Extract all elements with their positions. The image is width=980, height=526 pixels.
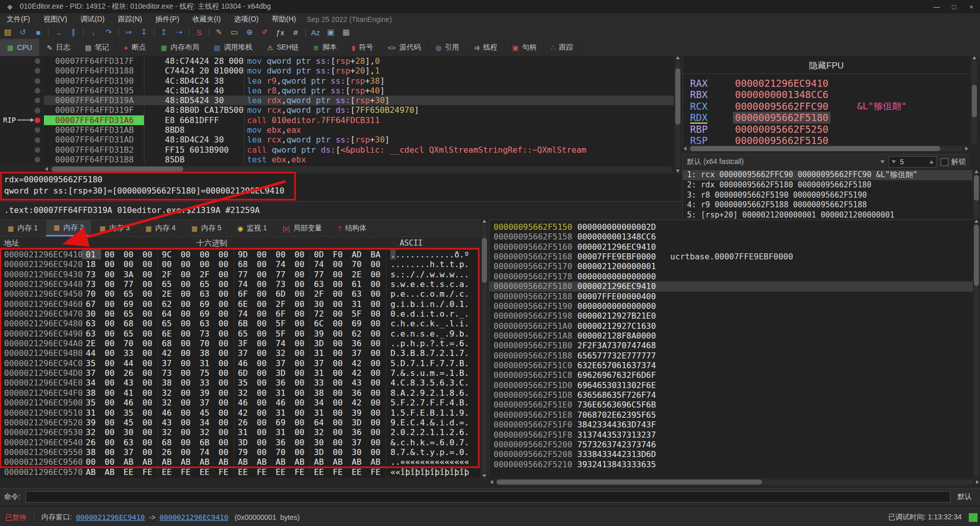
- az-icon[interactable]: Az: [308, 28, 323, 37]
- stack-row[interactable]: 00000095662F51A8000002128F8A0000: [489, 331, 973, 341]
- tab-script[interactable]: ≣脚本: [306, 39, 345, 56]
- stack-row[interactable]: 00000095662F51D06964653031302F6E: [489, 380, 973, 390]
- maximize-button[interactable]: □: [945, 0, 963, 13]
- tab-locals[interactable]: [x]局部变量: [275, 220, 330, 236]
- scroll-thumb[interactable]: [690, 146, 940, 151]
- command-profile-select[interactable]: 默认: [958, 492, 972, 501]
- dump-row[interactable]: 0000021296EC94C0350044003700310046003700…: [0, 358, 480, 368]
- disasm-row[interactable]: 00007FF64FFD3188C74424 20 0100000000mov …: [0, 66, 674, 76]
- scroll-track[interactable]: [482, 224, 487, 473]
- dump-row[interactable]: 0000021296EC9410010000009C0000009D000000…: [0, 250, 480, 259]
- tab-handles[interactable]: ▣句柄: [505, 39, 544, 56]
- tab-notes[interactable]: ▤笔记: [78, 39, 117, 56]
- scroll-thumb[interactable]: [974, 225, 979, 286]
- scroll-up-icon[interactable]: [972, 56, 976, 59]
- disassembly-view[interactable]: 00007FF64FFD317F48:C74424 28 000000000mo…: [0, 56, 674, 165]
- close-button[interactable]: ×: [963, 0, 980, 13]
- scroll-thumb[interactable]: [972, 85, 977, 117]
- dump-row[interactable]: 0000021296EC9450700065002E0063006F006D00…: [0, 289, 480, 299]
- disasm-row[interactable]: 00007FF64FFD31904C:8D4C24 38lea r9,qword…: [0, 76, 674, 86]
- menu-view[interactable]: 视图(V): [37, 15, 74, 24]
- comments-icon[interactable]: ▭: [227, 28, 242, 37]
- memory-window-address-link-1[interactable]: 0000021296EC9410: [76, 513, 145, 521]
- fastcall-arg-row[interactable]: 2: rdx 00000095662F5180 00000095662F5180: [683, 180, 972, 190]
- dump-row[interactable]: 0000021296EC9420180000000000000068007400…: [0, 259, 480, 269]
- tab-watch-1[interactable]: ◉监视 1: [230, 220, 275, 236]
- stack-row[interactable]: 00000095662F52007573263742373746: [489, 440, 973, 449]
- stack-row[interactable]: 00000095662F51580000000001348CC6: [489, 232, 973, 242]
- scroll-track[interactable]: [496, 480, 973, 485]
- tab-source[interactable]: <>源代码: [381, 39, 428, 56]
- scroll-thumb[interactable]: [974, 175, 979, 201]
- stack-row[interactable]: 00000095662F51700000021200000001: [489, 261, 973, 271]
- tab-memory-2[interactable]: ▦内存 2: [46, 220, 92, 236]
- stack-vscrollbar[interactable]: [973, 220, 980, 477]
- disasm-row[interactable]: 00007FF64FFD31AB8BD8mov ebx,eax: [0, 125, 674, 135]
- breakpoint-dot-icon[interactable]: [35, 127, 40, 133]
- stepper-up-icon[interactable]: [929, 160, 934, 163]
- breakpoint-dot-icon[interactable]: [35, 58, 40, 64]
- stack-row[interactable]: 00000095662F51A000000212927C1630: [489, 321, 973, 331]
- register-row[interactable]: RDX00000095662F5180: [683, 112, 970, 123]
- breakpoint-dot-icon[interactable]: [35, 108, 40, 113]
- stack-panel[interactable]: 00000095662F5150000000000000002D00000095…: [489, 220, 973, 477]
- disasm-row[interactable]: 00007FF64FFD31B2FF15 6013B900call qword …: [0, 145, 674, 155]
- scroll-up-icon[interactable]: [482, 220, 486, 223]
- args-vscrollbar[interactable]: [973, 170, 980, 219]
- tab-references[interactable]: ◎引用: [428, 39, 467, 56]
- dump-row[interactable]: 0000021296EC946067006900620069006E002F00…: [0, 299, 480, 309]
- stack-row[interactable]: 00000095662F519800000212927B21E0: [489, 311, 973, 321]
- dump-row[interactable]: 0000021296EC9470300065006400690074006F00…: [0, 309, 480, 319]
- tab-memory-1[interactable]: ▦内存 1: [0, 220, 46, 236]
- dump-row[interactable]: 0000021296EC94E0340043003800330035003600…: [0, 378, 480, 388]
- tab-memory-5[interactable]: ▦内存 5: [184, 220, 230, 236]
- dump-row[interactable]: 0000021296EC943073003A002F002F0077007700…: [0, 270, 480, 279]
- scroll-thumb[interactable]: [482, 238, 487, 283]
- dump-row[interactable]: 0000021296EC9440730077006500650074007300…: [0, 279, 480, 289]
- stack-hscrollbar[interactable]: [489, 478, 980, 486]
- tab-callstack[interactable]: ▤调用堆栈: [207, 39, 260, 56]
- disasm-row[interactable]: 00007FF64FFD319A48:8D5424 30lea rdx,qwor…: [0, 95, 674, 105]
- disasm-row[interactable]: 00007FF64FFD319F48:8B0D CA17B500mov rcx,…: [0, 105, 674, 115]
- register-row[interactable]: RBX0000000001348CC6: [683, 89, 970, 100]
- menu-options[interactable]: 选项(O): [227, 15, 265, 24]
- dump-vscrollbar[interactable]: [480, 220, 488, 477]
- calculator-icon[interactable]: ▦: [338, 28, 354, 37]
- scroll-thumb[interactable]: [497, 480, 762, 485]
- step-into-icon[interactable]: ↓: [86, 28, 101, 37]
- calling-convention-select[interactable]: 默认 (x64 fastcall): [687, 157, 744, 166]
- tab-memmap[interactable]: ▦内存布局: [154, 39, 207, 56]
- stack-row[interactable]: 00000095662F51800000021296EC9410: [489, 281, 973, 291]
- breakpoint-dot-icon[interactable]: [35, 137, 40, 143]
- stack-row[interactable]: 00000095662F51B8656577732E777777: [489, 351, 973, 361]
- stack-row[interactable]: 00000095662F51D8636568635F726F74: [489, 390, 973, 400]
- scroll-down-icon[interactable]: [482, 474, 486, 477]
- stack-row[interactable]: 00000095662F51F038423344363D743F: [489, 420, 973, 429]
- hash-icon[interactable]: #: [288, 28, 303, 37]
- stack-row[interactable]: 00000095662F51E87068702E62395F65: [489, 410, 973, 420]
- tab-memory-3[interactable]: ▦内存 3: [92, 220, 138, 236]
- disasm-row[interactable]: 00007FF64FFD317F48:C74424 28 000000000mo…: [0, 56, 674, 66]
- register-row[interactable]: RAX0000021296EC9410: [683, 78, 970, 89]
- stack-row[interactable]: 00000095662F51600000021296EC9410: [489, 242, 973, 252]
- restart-icon[interactable]: ↺: [15, 28, 31, 37]
- animate-into-icon[interactable]: ⇢: [172, 28, 187, 37]
- dump-row[interactable]: 0000021296EC9530320030003200320031003100…: [0, 427, 480, 437]
- scroll-track[interactable]: [974, 224, 979, 476]
- scylla-icon[interactable]: S: [191, 28, 207, 37]
- step-out-icon[interactable]: ↧: [136, 28, 152, 37]
- dump-row[interactable]: 0000021296EC94A02E007000680070003F007400…: [0, 339, 480, 348]
- minimize-button[interactable]: —: [928, 0, 945, 13]
- registers-hscrollbar[interactable]: [682, 145, 969, 152]
- dump-row[interactable]: 0000021296EC95402600630068006B003D003600…: [0, 438, 480, 447]
- command-input[interactable]: [26, 491, 950, 503]
- tab-threads[interactable]: ⇉线程: [467, 39, 505, 56]
- menu-plugins[interactable]: 插件(P): [149, 15, 186, 24]
- hide-fpu-button[interactable]: 隐藏FPU: [683, 56, 970, 74]
- menu-file[interactable]: 文件(F): [0, 15, 37, 24]
- tab-cpu[interactable]: ▦CPU: [0, 39, 40, 56]
- arg-count-stepper[interactable]: 5: [889, 156, 937, 168]
- dump-row[interactable]: 0000021296EC9510310035004600450042003100…: [0, 408, 480, 418]
- fastcall-arg-row[interactable]: 4: r9 00000095662F5188 00000095662F5188: [683, 200, 972, 210]
- stack-row[interactable]: 00000095662F51B02F2F3A7370747468: [489, 341, 973, 350]
